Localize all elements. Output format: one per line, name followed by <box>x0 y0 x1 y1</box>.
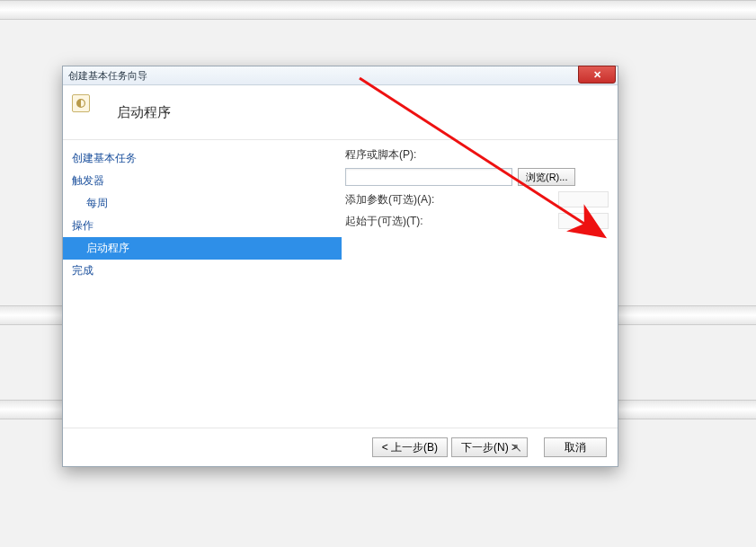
program-row: 程序或脚本(P): <box>345 147 609 163</box>
nav-step-trigger[interactable]: 触发器 <box>63 170 342 192</box>
nav-step-finish[interactable]: 完成 <box>63 260 342 282</box>
nav-step-create[interactable]: 创建基本任务 <box>63 147 342 170</box>
close-button[interactable]: ✕ <box>578 66 616 84</box>
wizard-icon <box>72 94 90 112</box>
startin-row: 起始于(可选)(T): <box>345 213 609 229</box>
browse-button[interactable]: 浏览(R)... <box>518 168 575 186</box>
nav-step-action[interactable]: 操作 <box>63 215 342 237</box>
next-button[interactable]: 下一步(N) > <box>451 437 528 457</box>
wizard-nav: 创建基本任务 触发器 每周 操作 启动程序 完成 <box>63 140 342 428</box>
page-title: 启动程序 <box>117 104 171 121</box>
startin-label: 起始于(可选)(T): <box>345 214 423 229</box>
program-input[interactable] <box>345 168 512 186</box>
content-area: 创建基本任务 触发器 每周 操作 启动程序 完成 程序或脚本(P): 浏览(R)… <box>63 140 618 428</box>
program-label: 程序或脚本(P): <box>345 147 453 163</box>
args-label: 添加参数(可选)(A): <box>345 192 434 207</box>
form-area: 程序或脚本(P): 浏览(R)... 添加参数(可选)(A): 起始于(可选)(… <box>342 140 618 428</box>
args-row: 添加参数(可选)(A): <box>345 191 609 207</box>
args-input[interactable] <box>558 191 609 207</box>
bg-bar <box>0 0 756 20</box>
nav-step-trigger-weekly[interactable]: 每周 <box>63 192 342 215</box>
titlebar: 创建基本任务向导 ✕ <box>63 66 618 85</box>
footer: < 上一步(B) 下一步(N) > 取消 ↖ <box>63 428 618 466</box>
program-input-row: 浏览(R)... <box>345 168 609 186</box>
startin-input[interactable] <box>558 213 609 229</box>
header-row: 启动程序 <box>63 85 618 140</box>
dialog-window: 创建基本任务向导 ✕ 启动程序 创建基本任务 触发器 每周 操作 启动程序 完成 <box>62 66 618 467</box>
close-icon: ✕ <box>593 69 601 81</box>
back-button[interactable]: < 上一步(B) <box>372 437 448 457</box>
dialog-body: 启动程序 创建基本任务 触发器 每周 操作 启动程序 完成 程序或脚本(P): … <box>63 85 618 466</box>
cancel-button[interactable]: 取消 <box>544 437 607 457</box>
window-title: 创建基本任务向导 <box>68 69 147 83</box>
nav-step-start-program[interactable]: 启动程序 <box>63 237 342 260</box>
